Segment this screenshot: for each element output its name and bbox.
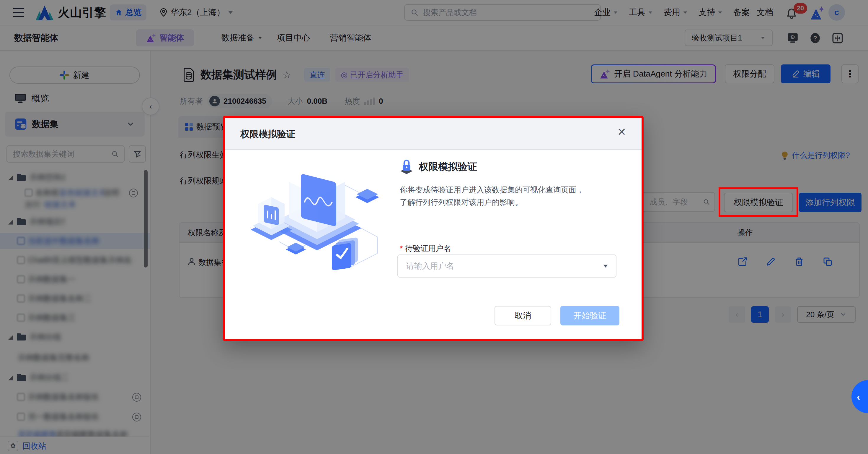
permission-simulate-modal: 权限模拟验证 ✕ <box>223 116 644 341</box>
field-label-username: *待验证用户名 <box>400 243 451 254</box>
close-icon[interactable]: ✕ <box>617 127 626 137</box>
chevron-left-icon: ‹ <box>857 391 860 403</box>
modal-description-line1: 你将变成待验证用户进入该数据集的可视化查询页面， <box>400 183 584 196</box>
cancel-button[interactable]: 取消 <box>495 306 551 325</box>
start-verify-button[interactable]: 开始验证 <box>560 306 619 325</box>
modal-description-line2: 了解行列行列权限对该用户的影响。 <box>400 196 523 208</box>
modal-heading: 权限模拟验证 <box>400 159 477 174</box>
username-select[interactable] <box>397 254 616 278</box>
permission-illustration <box>243 156 391 280</box>
required-asterisk: * <box>400 244 403 253</box>
username-input[interactable] <box>406 261 589 271</box>
modal-title: 权限模拟验证 <box>240 128 295 140</box>
lock-icon <box>400 159 413 174</box>
caret-down-icon <box>603 264 608 267</box>
modal-header: 权限模拟验证 ✕ <box>225 118 642 150</box>
